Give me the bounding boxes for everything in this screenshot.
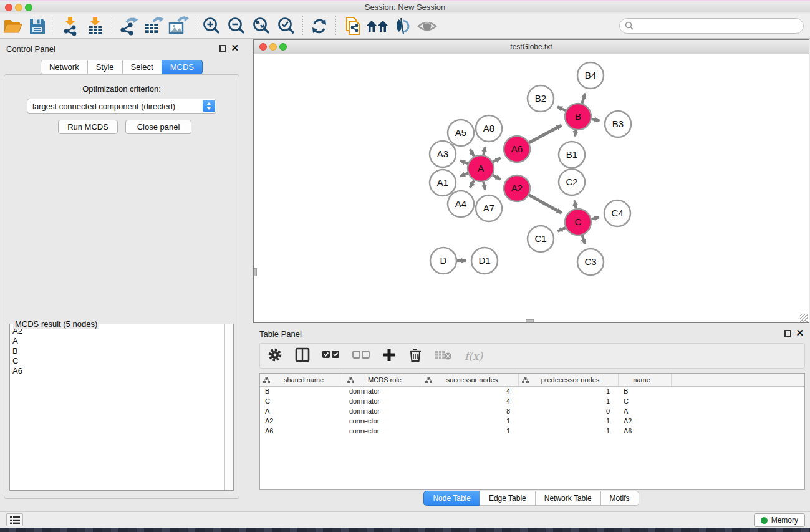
tab-mcds[interactable]: MCDS xyxy=(162,60,203,74)
edge-C-C1[interactable] xyxy=(557,228,566,231)
edge-A6-B[interactable] xyxy=(529,125,561,143)
table-cell[interactable]: dominator xyxy=(344,397,422,407)
table-cell[interactable]: A xyxy=(260,407,344,417)
close-table-panel-icon[interactable]: ✕ xyxy=(796,327,804,339)
table-row[interactable]: A6connector11A6 xyxy=(260,427,804,437)
columns-icon[interactable] xyxy=(295,347,310,365)
import-network-icon[interactable] xyxy=(58,15,83,37)
table-cell[interactable]: 4 xyxy=(422,397,519,407)
run-mcds-button[interactable]: Run MCDS xyxy=(58,120,118,134)
table-cell[interactable]: A6 xyxy=(619,427,672,437)
float-table-panel-icon[interactable] xyxy=(784,330,791,337)
edge-A-A7[interactable] xyxy=(483,182,485,190)
zoom-in-icon[interactable] xyxy=(199,15,224,37)
table-cell[interactable]: A xyxy=(619,407,672,417)
delete-table-icon[interactable] xyxy=(435,349,452,363)
tab-edge-table[interactable]: Edge Table xyxy=(480,491,536,506)
node-B2[interactable]: B2 xyxy=(528,85,554,112)
vertical-scroll-thumb[interactable] xyxy=(254,268,257,276)
column-header[interactable]: MCDS role xyxy=(344,374,422,386)
add-icon[interactable] xyxy=(382,348,396,364)
node-A3[interactable]: A3 xyxy=(430,141,456,167)
export-network-icon[interactable] xyxy=(116,15,141,37)
table-cell[interactable]: A2 xyxy=(260,417,344,427)
node-B1[interactable]: B1 xyxy=(559,142,585,168)
search-field[interactable] xyxy=(619,18,804,34)
table-cell[interactable]: 1 xyxy=(422,427,519,437)
network-canvas[interactable]: B4B2BB3A5A8A6A3B1AA1C2A2A4A7C4CC1DD1C3 xyxy=(254,54,809,322)
close-panel-button[interactable]: Close panel xyxy=(125,120,191,134)
zoom-out-icon[interactable] xyxy=(224,15,249,37)
node-C1[interactable]: C1 xyxy=(528,226,554,252)
show-graphics-details-icon[interactable] xyxy=(390,15,415,37)
edge-C-C2[interactable] xyxy=(575,201,576,209)
import-table-icon[interactable] xyxy=(83,15,108,37)
node-C[interactable]: C xyxy=(565,209,591,235)
table-cell[interactable]: 4 xyxy=(422,387,519,397)
node-A5[interactable]: A5 xyxy=(448,120,474,146)
column-header[interactable]: successor nodes xyxy=(422,374,519,386)
edge-C-C3[interactable] xyxy=(582,235,585,244)
criterion-dropdown[interactable]: largest connected component (directed) xyxy=(27,99,216,114)
save-session-icon[interactable] xyxy=(25,15,50,37)
table-cell[interactable]: B xyxy=(619,387,672,397)
clone-network-icon[interactable] xyxy=(340,15,365,37)
export-image-icon[interactable] xyxy=(166,15,191,37)
home-icon[interactable] xyxy=(365,15,390,37)
edge-A-A6[interactable] xyxy=(493,158,500,162)
result-item[interactable]: A6 xyxy=(12,366,224,376)
select-all-icon[interactable] xyxy=(322,350,340,362)
network-window-titlebar[interactable]: testGlobe.txt xyxy=(254,40,809,54)
float-panel-icon[interactable] xyxy=(219,45,226,52)
node-A2[interactable]: A2 xyxy=(504,175,530,201)
node-D[interactable]: D xyxy=(430,248,456,274)
table-header-row[interactable]: shared nameMCDS rolesuccessor nodesprede… xyxy=(260,374,804,387)
node-C2[interactable]: C2 xyxy=(559,169,585,195)
table-cell[interactable]: connector xyxy=(344,417,422,427)
edge-A-A3[interactable] xyxy=(460,161,468,164)
table-cell[interactable]: C xyxy=(260,397,344,407)
result-item[interactable]: A xyxy=(12,336,224,346)
column-header[interactable]: name xyxy=(619,374,672,386)
mcds-result-list[interactable]: A2ABCA6 xyxy=(10,324,224,490)
edge-A2-C[interactable] xyxy=(529,195,561,213)
tab-node-table[interactable]: Node Table xyxy=(423,491,480,506)
node-A7[interactable]: A7 xyxy=(476,195,502,221)
table-cell[interactable]: 1 xyxy=(422,417,519,427)
table-cell[interactable]: C xyxy=(619,397,672,407)
table-cell[interactable]: connector xyxy=(344,427,422,437)
node-A6[interactable]: A6 xyxy=(504,136,530,162)
result-item[interactable]: B xyxy=(12,346,224,356)
table-cell[interactable]: A6 xyxy=(260,427,344,437)
gear-icon[interactable] xyxy=(268,347,282,365)
eye-icon[interactable] xyxy=(415,15,440,37)
edge-A-A4[interactable] xyxy=(470,180,475,188)
edge-A-A2[interactable] xyxy=(493,175,500,180)
table-cell[interactable]: 0 xyxy=(519,407,619,417)
node-A4[interactable]: A4 xyxy=(448,191,474,217)
table-cell[interactable]: dominator xyxy=(344,407,422,417)
table-cell[interactable]: 1 xyxy=(519,387,619,397)
node-table[interactable]: shared nameMCDS rolesuccessor nodesprede… xyxy=(259,373,805,490)
zoom-selected-icon[interactable] xyxy=(274,15,299,37)
table-cell[interactable]: 1 xyxy=(519,397,619,407)
open-file-icon[interactable] xyxy=(0,15,25,37)
node-B3[interactable]: B3 xyxy=(605,111,631,137)
node-A8[interactable]: A8 xyxy=(476,115,502,142)
table-cell[interactable]: B xyxy=(260,387,344,397)
table-row[interactable]: Cdominator41C xyxy=(260,397,804,407)
table-cell[interactable]: 8 xyxy=(422,407,519,417)
table-row[interactable]: Bdominator41B xyxy=(260,387,804,397)
tab-network-table[interactable]: Network Table xyxy=(535,491,601,506)
network-graph[interactable]: B4B2BB3A5A8A6A3B1AA1C2A2A4A7C4CC1DD1C3 xyxy=(254,54,809,322)
node-B4[interactable]: B4 xyxy=(577,62,604,89)
edge-A-A5[interactable] xyxy=(470,149,475,157)
search-input[interactable] xyxy=(634,22,803,31)
table-cell[interactable]: 1 xyxy=(519,427,619,437)
refresh-icon[interactable] xyxy=(307,15,332,37)
export-table-icon[interactable] xyxy=(141,15,166,37)
close-panel-icon[interactable]: ✕ xyxy=(231,42,239,54)
tab-motifs[interactable]: Motifs xyxy=(600,491,639,506)
memory-button[interactable]: Memory xyxy=(754,513,805,527)
edge-B-B3[interactable] xyxy=(592,119,600,120)
